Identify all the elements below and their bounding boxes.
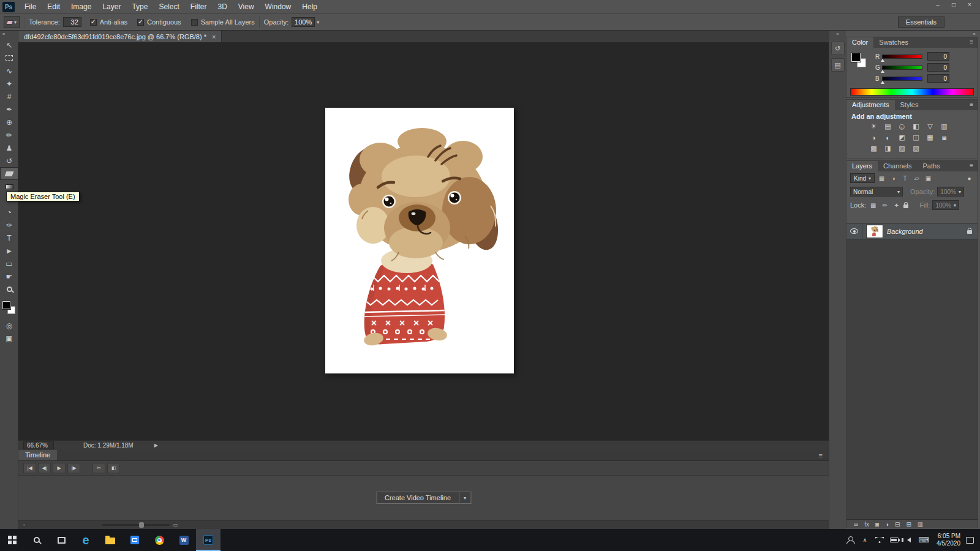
black-white-icon[interactable]: ◐ <box>883 133 893 142</box>
zoom-tool[interactable] <box>0 283 18 296</box>
gradient-map-icon[interactable]: ▨ <box>897 144 907 153</box>
menu-help[interactable]: Help <box>296 1 323 12</box>
anti-alias-checkbox[interactable] <box>90 19 97 26</box>
move-tool[interactable]: ↖ <box>0 39 18 51</box>
menu-image[interactable]: Image <box>66 1 97 12</box>
slider-thumb[interactable] <box>881 59 884 62</box>
transition-button[interactable]: ◧ <box>107 463 120 473</box>
show-hidden-icons-button[interactable]: ∧ <box>858 529 872 551</box>
quick-selection-tool[interactable]: ✦ <box>0 77 18 90</box>
screen-mode-button[interactable]: ▣ <box>0 332 18 345</box>
threshold-icon[interactable]: ◨ <box>883 144 893 153</box>
close-button[interactable]: × <box>962 0 978 9</box>
tab-layers[interactable]: Layers <box>846 161 878 171</box>
timeline-zoom-in-icon[interactable]: ▭ <box>173 522 178 528</box>
background-layer-row[interactable]: Background <box>846 223 978 239</box>
clock[interactable]: 6:05 PM 4/5/2020 <box>931 533 966 547</box>
layer-opacity-input[interactable]: 100% ▾ <box>937 187 964 197</box>
foreground-color-swatch[interactable] <box>2 301 10 309</box>
next-frame-button[interactable]: |▶ <box>67 463 80 473</box>
layer-thumbnail[interactable] <box>867 225 883 238</box>
brush-tool[interactable]: ✏ <box>0 129 18 141</box>
properties-panel-button[interactable]: ▤ <box>831 58 845 72</box>
lock-image-icon[interactable]: ✏ <box>880 202 889 209</box>
previous-frame-button[interactable]: ◀| <box>38 463 51 473</box>
status-expander-icon[interactable]: ▶ <box>154 443 158 448</box>
photo-filter-icon[interactable]: ◩ <box>897 133 907 142</box>
task-view-button[interactable] <box>49 529 74 551</box>
curves-icon[interactable]: ◵ <box>897 122 907 131</box>
canvas-area[interactable] <box>18 42 829 440</box>
network-button[interactable] <box>872 529 887 551</box>
new-layer-icon[interactable]: ⊞ <box>906 521 911 528</box>
menu-view[interactable]: View <box>233 1 260 12</box>
invert-icon[interactable]: ◙ <box>939 133 949 142</box>
panel-menu-icon[interactable]: ≡ <box>965 100 978 110</box>
tab-paths[interactable]: Paths <box>918 161 946 171</box>
word-app-button[interactable]: W <box>172 529 196 551</box>
layer-name[interactable]: Background <box>887 228 923 235</box>
dodge-tool[interactable]: ◔ <box>0 206 18 219</box>
timeline-tab[interactable]: Timeline <box>18 450 57 460</box>
pixel-filter-icon[interactable]: ▦ <box>877 175 886 182</box>
menu-edit[interactable]: Edit <box>42 1 66 12</box>
blue-value-input[interactable]: 0 <box>927 74 949 83</box>
exposure-icon[interactable]: ◧ <box>911 122 921 131</box>
first-frame-button[interactable]: |◀ <box>23 463 36 473</box>
brightness-contrast-icon[interactable]: ☀ <box>869 122 879 131</box>
workspace-switcher[interactable]: Essentials <box>898 17 944 28</box>
timeline-menu-icon[interactable]: ≡ <box>819 452 829 459</box>
action-center-icon[interactable] <box>966 537 974 544</box>
tab-swatches[interactable]: Swatches <box>873 37 914 48</box>
new-adjustment-layer-icon[interactable]: ◑ <box>885 521 889 528</box>
layer-effects-icon[interactable]: fx <box>864 521 869 528</box>
visibility-toggle[interactable] <box>846 223 862 239</box>
hand-tool[interactable]: ☛ <box>0 270 18 283</box>
store-app-button[interactable] <box>123 529 147 551</box>
menu-type[interactable]: Type <box>126 1 153 12</box>
slider-thumb[interactable] <box>139 522 144 528</box>
clone-stamp-tool[interactable]: ♟ <box>0 141 18 154</box>
document-tab[interactable]: dfd492cfe80dc5f63d91fd019ce8e76c.jpg @ 6… <box>18 31 222 42</box>
taskbar-search-button[interactable] <box>24 529 49 551</box>
delete-layer-icon[interactable]: ▥ <box>918 521 923 528</box>
volume-button[interactable] <box>902 529 916 551</box>
add-layer-mask-icon[interactable]: ◙ <box>875 521 879 528</box>
smart-object-filter-icon[interactable]: ▣ <box>924 175 933 182</box>
color-swatch-pair[interactable] <box>851 53 870 71</box>
battery-button[interactable] <box>887 529 902 551</box>
timeline-type-dropdown[interactable]: ▾ <box>459 492 471 504</box>
create-video-timeline-button[interactable]: Create Video Timeline <box>376 492 459 504</box>
selective-color-icon[interactable]: ▧ <box>911 144 921 153</box>
timeline-zoom-slider[interactable] <box>102 524 170 526</box>
path-selection-tool[interactable]: ► <box>0 244 18 257</box>
quick-mask-mode-button[interactable]: ◎ <box>0 319 18 332</box>
panel-menu-icon[interactable]: ≡ <box>965 161 978 171</box>
rectangular-marquee-tool[interactable] <box>0 51 18 64</box>
shape-filter-icon[interactable]: ▱ <box>912 175 921 182</box>
close-tab-icon[interactable]: × <box>212 33 216 40</box>
spot-healing-brush-tool[interactable]: ⊕ <box>0 116 18 129</box>
magic-eraser-tool[interactable] <box>0 167 18 180</box>
tolerance-input[interactable]: 32 <box>63 17 81 27</box>
red-slider[interactable] <box>882 54 922 59</box>
foreground-color-swatch[interactable] <box>851 53 861 62</box>
zoom-level-input[interactable]: 66.67% <box>23 441 54 449</box>
play-button[interactable]: ▶ <box>53 463 66 473</box>
gradient-tool[interactable] <box>0 180 18 193</box>
minimize-button[interactable]: – <box>930 0 946 9</box>
menu-file[interactable]: File <box>19 1 42 12</box>
sample-all-layers-checkbox[interactable] <box>191 19 198 26</box>
tab-adjustments[interactable]: Adjustments <box>846 100 895 110</box>
opacity-input[interactable]: 100% <box>292 17 315 27</box>
menu-layer[interactable]: Layer <box>97 1 126 12</box>
blend-mode-dropdown[interactable]: Normal ▾ <box>850 187 903 197</box>
pen-tool[interactable]: ✑ <box>0 219 18 231</box>
filter-toggle-icon[interactable]: ● <box>965 175 974 182</box>
history-panel-button[interactable]: ↺ <box>831 42 845 55</box>
green-slider[interactable] <box>882 66 922 70</box>
foreground-background-colors[interactable] <box>1 301 17 317</box>
menu-3d[interactable]: 3D <box>212 1 232 12</box>
collapse-panels-icon[interactable]: » <box>973 31 976 37</box>
rectangle-tool[interactable]: ▭ <box>0 257 18 270</box>
